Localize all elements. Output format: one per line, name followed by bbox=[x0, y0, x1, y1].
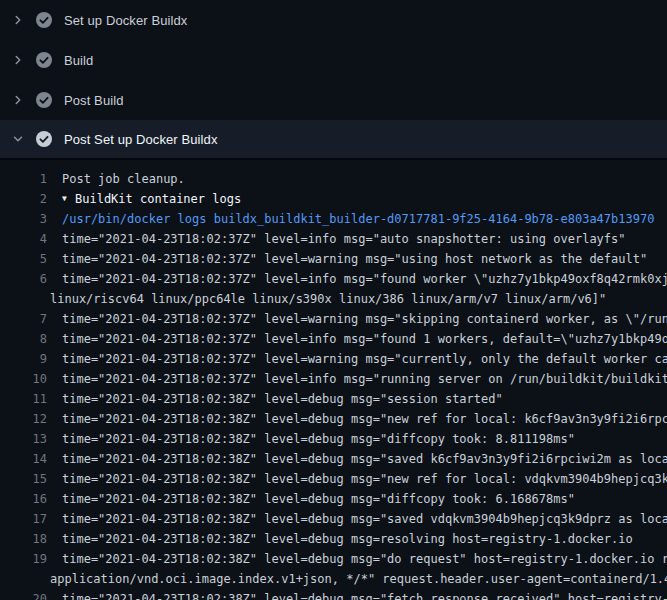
line-number bbox=[0, 569, 47, 589]
log-text[interactable]: ▼BuildKit container logs bbox=[47, 189, 241, 209]
log-text: application/vnd.oci.image.index.v1+json,… bbox=[47, 569, 667, 589]
line-number[interactable]: 5 bbox=[0, 249, 47, 269]
line-number[interactable]: 9 bbox=[0, 349, 47, 369]
log-line: 10time="2021-04-23T18:02:37Z" level=info… bbox=[0, 369, 667, 389]
log-line-continuation: linux/riscv64 linux/ppc64le linux/s390x … bbox=[0, 289, 667, 309]
log-line: 15time="2021-04-23T18:02:38Z" level=debu… bbox=[0, 469, 667, 489]
line-number[interactable]: 13 bbox=[0, 429, 47, 449]
line-number[interactable]: 20 bbox=[0, 589, 47, 600]
log-line: 3/usr/bin/docker logs buildx_buildkit_bu… bbox=[0, 209, 667, 229]
check-circle-icon bbox=[36, 12, 52, 28]
step-label: Post Set up Docker Buildx bbox=[64, 132, 218, 147]
log-text: time="2021-04-23T18:02:37Z" level=warnin… bbox=[47, 349, 667, 369]
step-row-post-build[interactable]: Post Build bbox=[0, 80, 667, 120]
step-label: Post Build bbox=[64, 93, 124, 108]
log-line: 2▼BuildKit container logs bbox=[0, 189, 667, 209]
log-line: 5time="2021-04-23T18:02:37Z" level=warni… bbox=[0, 249, 667, 269]
step-row-post-set-up-docker-buildx[interactable]: Post Set up Docker Buildx bbox=[0, 120, 667, 160]
line-number[interactable]: 7 bbox=[0, 309, 47, 329]
log-line: 20time="2021-04-23T18:02:38Z" level=debu… bbox=[0, 589, 667, 600]
log-text: time="2021-04-23T18:02:38Z" level=debug … bbox=[47, 429, 575, 449]
log-text: time="2021-04-23T18:02:37Z" level=info m… bbox=[47, 269, 667, 289]
log-text: time="2021-04-23T18:02:38Z" level=debug … bbox=[47, 529, 633, 549]
log-line: 9time="2021-04-23T18:02:37Z" level=warni… bbox=[0, 349, 667, 369]
line-number bbox=[0, 289, 47, 309]
step-label: Build bbox=[64, 53, 93, 68]
log-text: linux/riscv64 linux/ppc64le linux/s390x … bbox=[47, 289, 606, 309]
log-text: time="2021-04-23T18:02:38Z" level=debug … bbox=[47, 549, 667, 569]
line-number[interactable]: 17 bbox=[0, 509, 47, 529]
line-number[interactable]: 10 bbox=[0, 369, 47, 389]
log-panel: 1Post job cleanup.2▼BuildKit container l… bbox=[0, 160, 667, 600]
log-line: 11time="2021-04-23T18:02:38Z" level=debu… bbox=[0, 389, 667, 409]
log-text: time="2021-04-23T18:02:38Z" level=debug … bbox=[47, 449, 667, 469]
chevron-right-icon[interactable] bbox=[10, 52, 26, 68]
log-text: time="2021-04-23T18:02:38Z" level=debug … bbox=[47, 509, 667, 529]
group-collapse-icon[interactable]: ▼ bbox=[62, 189, 75, 209]
log-line-continuation: application/vnd.oci.image.index.v1+json,… bbox=[0, 569, 667, 589]
command-text: /usr/bin/docker logs buildx_buildkit_bui… bbox=[47, 209, 654, 229]
log-lines: 1Post job cleanup.2▼BuildKit container l… bbox=[0, 169, 667, 600]
log-line: 7time="2021-04-23T18:02:37Z" level=warni… bbox=[0, 309, 667, 329]
line-number[interactable]: 18 bbox=[0, 529, 47, 549]
line-number[interactable]: 6 bbox=[0, 269, 47, 289]
log-line: 14time="2021-04-23T18:02:38Z" level=debu… bbox=[0, 449, 667, 469]
line-number[interactable]: 3 bbox=[0, 209, 47, 229]
log-text: time="2021-04-23T18:02:37Z" level=info m… bbox=[47, 329, 667, 349]
line-number[interactable]: 16 bbox=[0, 489, 47, 509]
log-text: time="2021-04-23T18:02:38Z" level=debug … bbox=[47, 489, 575, 509]
check-circle-icon bbox=[36, 92, 52, 108]
log-text: time="2021-04-23T18:02:37Z" level=info m… bbox=[47, 369, 667, 389]
log-line: 16time="2021-04-23T18:02:38Z" level=debu… bbox=[0, 489, 667, 509]
log-line: 1Post job cleanup. bbox=[0, 169, 667, 189]
log-text: time="2021-04-23T18:02:38Z" level=debug … bbox=[47, 389, 503, 409]
log-text: Post job cleanup. bbox=[47, 169, 185, 189]
log-text: time="2021-04-23T18:02:38Z" level=debug … bbox=[47, 589, 667, 600]
line-number[interactable]: 15 bbox=[0, 469, 47, 489]
check-circle-icon bbox=[36, 52, 52, 68]
log-text: time="2021-04-23T18:02:38Z" level=debug … bbox=[47, 409, 667, 429]
log-text: time="2021-04-23T18:02:38Z" level=debug … bbox=[47, 469, 667, 489]
group-title: BuildKit container logs bbox=[75, 192, 241, 206]
log-text: time="2021-04-23T18:02:37Z" level=warnin… bbox=[47, 249, 647, 269]
line-number[interactable]: 12 bbox=[0, 409, 47, 429]
log-line: 19time="2021-04-23T18:02:38Z" level=debu… bbox=[0, 549, 667, 569]
log-line: 6time="2021-04-23T18:02:37Z" level=info … bbox=[0, 269, 667, 289]
line-number[interactable]: 2 bbox=[0, 189, 47, 209]
line-number[interactable]: 1 bbox=[0, 169, 47, 189]
chevron-right-icon[interactable] bbox=[10, 12, 26, 28]
log-line: 13time="2021-04-23T18:02:38Z" level=debu… bbox=[0, 429, 667, 449]
steps-panel: Set up Docker Buildx Build Post Build Po… bbox=[0, 0, 667, 160]
line-number[interactable]: 14 bbox=[0, 449, 47, 469]
log-text: time="2021-04-23T18:02:37Z" level=info m… bbox=[47, 229, 626, 249]
check-circle-icon bbox=[36, 131, 52, 147]
chevron-down-icon[interactable] bbox=[10, 131, 26, 147]
line-number[interactable]: 8 bbox=[0, 329, 47, 349]
step-row-set-up-docker-buildx[interactable]: Set up Docker Buildx bbox=[0, 0, 667, 40]
log-line: 8time="2021-04-23T18:02:37Z" level=info … bbox=[0, 329, 667, 349]
line-number[interactable]: 4 bbox=[0, 229, 47, 249]
log-line: 18time="2021-04-23T18:02:38Z" level=debu… bbox=[0, 529, 667, 549]
log-line: 4time="2021-04-23T18:02:37Z" level=info … bbox=[0, 229, 667, 249]
step-row-build[interactable]: Build bbox=[0, 40, 667, 80]
line-number[interactable]: 19 bbox=[0, 549, 47, 569]
line-number[interactable]: 11 bbox=[0, 389, 47, 409]
step-label: Set up Docker Buildx bbox=[64, 13, 187, 28]
log-line: 17time="2021-04-23T18:02:38Z" level=debu… bbox=[0, 509, 667, 529]
chevron-right-icon[interactable] bbox=[10, 92, 26, 108]
log-text: time="2021-04-23T18:02:37Z" level=warnin… bbox=[47, 309, 667, 329]
log-line: 12time="2021-04-23T18:02:38Z" level=debu… bbox=[0, 409, 667, 429]
